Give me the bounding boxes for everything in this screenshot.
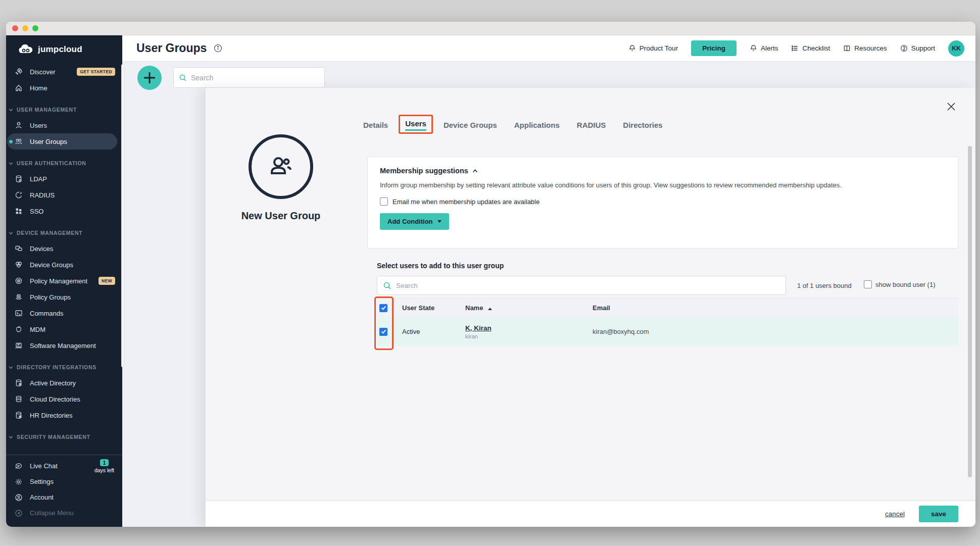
user-avatar[interactable]: KK — [948, 40, 964, 57]
column-email[interactable]: Email — [593, 304, 958, 312]
save-button[interactable]: save — [919, 506, 958, 522]
sidebar-footer: Live Chat 1 days left Settings Account — [6, 455, 122, 527]
jumpcloud-logo[interactable]: jumpcloud — [6, 35, 122, 64]
sidebar-item-ldap[interactable]: LDAP — [7, 171, 117, 187]
table-row[interactable]: Active K, Kiran kiran kiran@boxyhq.com — [377, 317, 958, 346]
sidebar-item-label: Devices — [30, 245, 53, 253]
question-icon — [900, 44, 908, 52]
sidebar-item-label: Home — [30, 84, 47, 92]
chevron-down-icon — [9, 161, 13, 166]
tab-radius[interactable]: RADIUS — [577, 121, 606, 129]
get-started-badge: GET STARTED — [77, 68, 115, 76]
logo-text: jumpcloud — [38, 44, 82, 55]
tab-applications[interactable]: Applications — [514, 121, 560, 129]
sidebar-item-sso[interactable]: SSO — [7, 203, 117, 219]
section-directory-integrations[interactable]: DIRECTORY INTEGRATIONS — [6, 360, 122, 375]
add-user-group-button[interactable] — [137, 66, 162, 90]
groups-search-input[interactable] — [191, 74, 319, 82]
section-user-management[interactable]: USER MANAGEMENT — [6, 102, 122, 117]
users-search-input[interactable] — [396, 282, 780, 289]
collapse-arrow-icon — [15, 509, 23, 517]
support-button[interactable]: Support — [900, 44, 935, 52]
sidebar-item-policy-management[interactable]: Policy Management NEW — [7, 273, 117, 289]
jumpcloud-cloud-icon — [18, 44, 33, 55]
check-icon — [381, 329, 386, 334]
sidebar-item-discover[interactable]: Discover GET STARTED — [7, 64, 117, 80]
column-name[interactable]: Name — [465, 304, 593, 312]
alerts-button[interactable]: Alerts — [750, 44, 778, 52]
sidebar-item-label: Software Management — [30, 342, 96, 350]
section-user-authentication[interactable]: USER AUTHENTICATION — [6, 156, 122, 171]
target-icon — [15, 277, 23, 285]
new-badge: NEW — [99, 277, 115, 285]
sidebar-nav: Discover GET STARTED Home USER MANAGEMEN… — [6, 64, 122, 455]
sidebar-item-radius[interactable]: RADIUS — [7, 187, 117, 203]
show-bound-checkbox[interactable] — [864, 280, 872, 288]
row-checkbox[interactable] — [379, 328, 387, 336]
user-name-link[interactable]: K, Kiran — [465, 324, 492, 332]
pricing-button[interactable]: Pricing — [691, 40, 737, 56]
sidebar-scrollbar[interactable] — [121, 64, 125, 367]
sidebar-item-settings[interactable]: Settings — [7, 474, 117, 489]
info-icon[interactable] — [214, 44, 222, 53]
new-user-group-panel: New User Group Details Users Device Grou… — [206, 88, 975, 527]
chevron-down-icon — [9, 365, 13, 370]
sidebar-item-mdm[interactable]: MDM — [7, 321, 117, 337]
sidebar-item-policy-groups[interactable]: Policy Groups — [7, 289, 117, 305]
email-updates-label: Email me when membership updates are ava… — [393, 198, 540, 206]
chevron-down-icon — [9, 435, 13, 439]
modal-scrollbar[interactable] — [968, 146, 972, 477]
sidebar-item-cloud-directories[interactable]: Cloud Directories — [7, 391, 117, 407]
bell-icon — [750, 44, 757, 52]
sidebar-item-label: Policy Management — [30, 277, 87, 285]
user-group-icon — [15, 137, 23, 145]
add-condition-button[interactable]: Add Condition — [380, 213, 449, 230]
sidebar-item-account[interactable]: Account — [7, 489, 117, 505]
sidebar-item-label: Settings — [30, 478, 54, 485]
page-title: User Groups — [136, 41, 207, 55]
sidebar-item-user-groups[interactable]: User Groups — [7, 133, 117, 150]
select-all-checkbox[interactable] — [379, 304, 387, 312]
group-avatar-block: New User Group — [210, 134, 352, 222]
user-icon — [15, 121, 23, 129]
sidebar-item-live-chat[interactable]: Live Chat 1 days left — [7, 458, 117, 474]
membership-description: Inform group membership by setting relev… — [380, 181, 946, 189]
resources-button[interactable]: Resources — [843, 44, 887, 52]
sidebar-item-commands[interactable]: Commands — [7, 305, 117, 321]
radius-icon — [15, 191, 23, 199]
tab-device-groups[interactable]: Device Groups — [444, 121, 497, 129]
column-user-state[interactable]: User State — [402, 304, 465, 312]
sidebar-item-device-groups[interactable]: Device Groups — [7, 257, 117, 273]
sidebar-item-label: Cloud Directories — [30, 395, 80, 403]
minimize-window-button[interactable] — [22, 25, 28, 31]
membership-suggestions-toggle[interactable]: Membership suggestions — [380, 167, 946, 175]
tab-directories[interactable]: Directories — [623, 121, 662, 129]
sidebar-item-label: Discover — [30, 68, 56, 76]
product-tour-button[interactable]: Product Tour — [628, 44, 678, 52]
email-updates-checkbox[interactable] — [380, 197, 388, 206]
sidebar-item-label: Users — [30, 122, 47, 129]
user-groups-list-area: New User Group Details Users Device Grou… — [122, 62, 975, 527]
zoom-window-button[interactable] — [32, 25, 38, 31]
chat-icon — [15, 462, 23, 470]
sidebar-item-collapse-menu[interactable]: Collapse Menu — [7, 505, 117, 521]
sidebar-item-active-directory[interactable]: Active Directory — [7, 375, 117, 391]
close-icon[interactable] — [946, 100, 959, 113]
sidebar-item-devices[interactable]: Devices — [7, 240, 117, 257]
section-device-management[interactable]: DEVICE MANAGEMENT — [6, 225, 122, 240]
tab-users[interactable]: Users — [405, 119, 426, 131]
section-security-management[interactable]: SECURITY MANAGEMENT — [6, 429, 122, 444]
sidebar-item-users[interactable]: Users — [7, 117, 117, 133]
users-search[interactable] — [377, 276, 786, 295]
group-avatar — [249, 134, 313, 199]
sidebar-item-software-management[interactable]: Software Management — [7, 337, 117, 354]
checklist-button[interactable]: Checklist — [791, 44, 830, 52]
groups-search[interactable] — [173, 67, 325, 88]
cancel-button[interactable]: cancel — [885, 510, 905, 518]
tab-details[interactable]: Details — [363, 121, 388, 129]
sidebar-item-home[interactable]: Home — [7, 80, 117, 96]
sidebar-item-hr-directories[interactable]: HR Directories — [7, 407, 117, 423]
database-icon — [15, 175, 23, 183]
sidebar-item-label: MDM — [30, 326, 45, 333]
close-window-button[interactable] — [12, 25, 18, 31]
